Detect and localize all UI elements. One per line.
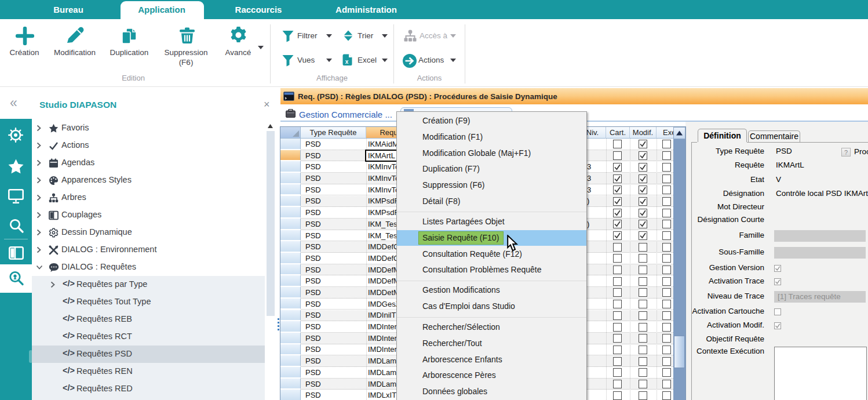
svg-text:x: x (345, 59, 349, 65)
